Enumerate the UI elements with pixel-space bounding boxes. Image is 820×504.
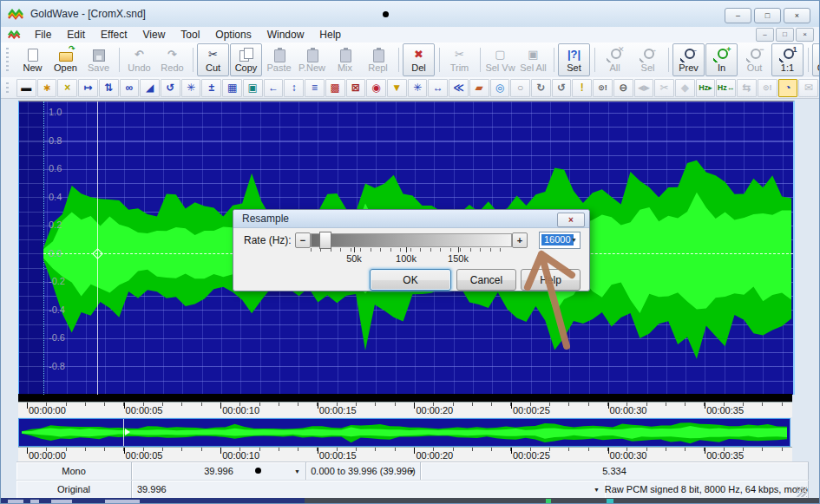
rate-slider-track[interactable] <box>311 233 512 247</box>
toolbar-button[interactable]: Sel All <box>517 43 549 76</box>
mail-icon[interactable]: ✉ <box>798 79 818 97</box>
status-cell[interactable]: 5.334 <box>421 462 808 480</box>
toolbar-button[interactable]: Redo <box>156 43 188 76</box>
menu-item[interactable]: Effect <box>93 28 134 42</box>
dark-bar-icon[interactable]: ▬ <box>16 79 36 97</box>
box-arrows-icon[interactable]: ▣ <box>243 79 263 97</box>
selection-bar[interactable] <box>18 394 792 402</box>
toolbar-button[interactable]: Repl <box>362 43 394 76</box>
toolbar-button[interactable]: Copy <box>230 43 262 76</box>
rotate-left-circle-icon[interactable]: ↺ <box>552 79 572 97</box>
mix-matrix-icon[interactable]: ⊠ <box>346 79 366 97</box>
starburst-icon[interactable]: ✳ <box>408 79 428 97</box>
minimize-button[interactable]: – <box>725 8 751 23</box>
toolbar-button[interactable]: 1:1 <box>771 43 804 76</box>
toolbar-button[interactable]: New <box>16 43 49 76</box>
color-bars-icon[interactable]: ▰ <box>469 79 489 97</box>
toolbar-button[interactable]: In <box>705 43 738 76</box>
circle-exclaim-icon[interactable]: ⊙! <box>593 79 613 97</box>
chevron-down-icon[interactable]: ▼ <box>571 237 577 243</box>
toolbar-button[interactable]: Set <box>558 43 590 76</box>
status-cell[interactable]: 39.996 <box>132 462 306 480</box>
toolbar-button[interactable]: P.New <box>296 43 328 76</box>
toolbar-button[interactable]: Save <box>82 43 115 76</box>
toolbar-button[interactable]: Mix <box>329 43 361 76</box>
menu-item[interactable]: Edit <box>59 28 93 42</box>
rate-decrease-button[interactable]: − <box>295 232 311 248</box>
toolbar-button[interactable]: All <box>599 43 631 76</box>
ring-icon[interactable]: ○ <box>510 79 530 97</box>
toolbar-button[interactable]: Open <box>49 43 82 76</box>
loop-arrow-icon[interactable]: ↺ <box>161 79 180 97</box>
menu-item[interactable]: File <box>27 28 59 42</box>
plus-minus-icon[interactable]: ± <box>201 79 221 97</box>
rate-slider-thumb[interactable] <box>319 232 331 249</box>
vertical-arrows-icon[interactable]: ↕ <box>284 79 304 97</box>
child-minimize-button[interactable]: – <box>756 28 774 42</box>
hz-play-icon[interactable]: Hz▸ <box>696 79 716 97</box>
split-arrows-icon[interactable]: ◀▶ <box>634 79 654 97</box>
toolbar-button[interactable]: Prev <box>672 43 705 76</box>
toolbar-button[interactable]: Cues <box>812 43 820 76</box>
bowtie-icon[interactable]: ∞ <box>120 79 140 97</box>
color-wheel-icon[interactable]: ∗ <box>37 79 57 97</box>
circle-line-icon[interactable]: ⊖ <box>613 79 633 97</box>
sparkle-circle-icon[interactable]: ◎ <box>490 79 510 97</box>
menu-item[interactable]: Window <box>259 28 312 42</box>
ok-button[interactable]: OK <box>370 269 451 291</box>
toolbar-button[interactable]: Paste <box>263 43 295 76</box>
menu-item[interactable]: Options <box>207 28 259 42</box>
rate-combobox[interactable]: 16000 ▼ <box>539 232 581 249</box>
expand-vertical-icon[interactable]: ⇅ <box>99 79 119 97</box>
eye-zero-icon[interactable]: ◉ <box>366 79 386 97</box>
sliders-icon[interactable]: ≡ <box>305 79 325 97</box>
resize-grip[interactable] <box>797 487 807 497</box>
menu-item[interactable]: Help <box>312 28 349 42</box>
toolbar-button[interactable]: Undo <box>123 43 155 76</box>
toolbar-button[interactable]: Cut <box>197 43 229 76</box>
status-cell[interactable]: Mono <box>16 462 132 480</box>
diamond-icon[interactable]: ◆ <box>675 79 695 97</box>
overview-strip[interactable] <box>18 418 790 447</box>
toolbar-button[interactable]: Out <box>738 43 771 76</box>
maximize-button[interactable]: □ <box>754 8 781 23</box>
clock-icon[interactable]: ◔ <box>778 79 798 97</box>
close-button[interactable]: × <box>784 8 810 23</box>
menu-item[interactable]: View <box>135 28 174 42</box>
effect-tool-glyph: ⊙! <box>598 84 607 92</box>
toolbar-button[interactable]: Sel Vw <box>484 43 516 76</box>
equalizer-grid-icon[interactable]: ▦ <box>222 79 242 97</box>
toolbar-button[interactable]: Trim <box>443 43 476 76</box>
arrow-to-bar-icon[interactable]: ↦ <box>78 79 98 97</box>
left-arrow-icon[interactable]: ← <box>264 79 284 97</box>
status-cell[interactable]: Raw PCM signed 8 bit, 8000 Hz, 64 kbps, … <box>605 481 809 498</box>
circle-alert-icon[interactable]: ⊙! <box>758 79 777 97</box>
status-cell[interactable]: Original <box>16 481 132 498</box>
status-cell[interactable]: 39.996 <box>132 481 605 498</box>
menu-item[interactable]: Tool <box>173 28 207 42</box>
zigzag-x-icon[interactable]: × <box>57 79 77 97</box>
dialog-close-button[interactable]: × <box>557 213 585 227</box>
title-bar[interactable]: GoldWave - [CromX.snd] – □ × <box>1 1 819 28</box>
matrix-icon[interactable]: ▩ <box>325 79 345 97</box>
cancel-button[interactable]: Cancel <box>456 269 516 291</box>
bulb-icon[interactable]: ! <box>572 79 592 97</box>
help-button[interactable]: Help <box>521 269 581 291</box>
hz-resample-icon[interactable]: Hz↔ <box>716 79 736 97</box>
ramp-icon[interactable]: ◢ <box>140 79 160 97</box>
dialog-title-bar[interactable]: Resample <box>233 210 589 228</box>
child-close-button[interactable]: × <box>796 28 814 42</box>
arrow-lines-icon[interactable]: ≪ <box>449 79 469 97</box>
status-cell[interactable] <box>808 462 809 480</box>
toolbar-button[interactable]: Del <box>403 43 435 76</box>
swap-arrows-icon[interactable]: ⇆ <box>737 79 757 97</box>
rotate-right-circle-icon[interactable]: ↻ <box>531 79 551 97</box>
status-cell[interactable]: 0.000 to 39.996 (39.996) <box>306 462 421 480</box>
scissors-gray-icon[interactable]: ✂ <box>654 79 674 97</box>
rate-increase-button[interactable]: + <box>512 232 528 248</box>
child-restore-button[interactable]: □ <box>776 28 794 42</box>
gear-flower-icon[interactable]: ✳ <box>181 79 201 97</box>
toolbar-button[interactable]: Sel <box>632 43 664 76</box>
stretch-x-icon[interactable]: ↔ <box>428 79 448 97</box>
rainbow-triangle-icon[interactable]: ▼ <box>387 79 407 97</box>
